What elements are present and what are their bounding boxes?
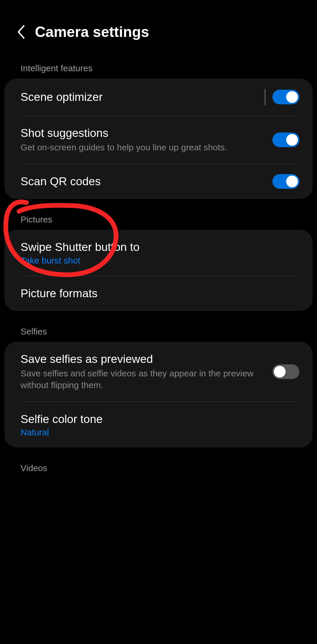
save-selfies-title: Save selfies as previewed	[21, 352, 267, 366]
back-icon[interactable]	[16, 24, 26, 40]
selfie-color-tone-title: Selfie color tone	[21, 412, 294, 426]
section-header-pictures: Pictures	[0, 209, 317, 230]
save-selfies-toggle[interactable]	[272, 364, 299, 379]
row-scene-optimizer[interactable]: Scene optimizer	[4, 79, 313, 115]
row-shot-suggestions[interactable]: Shot suggestions Get on-screen guides to…	[4, 116, 313, 164]
row-selfie-color-tone[interactable]: Selfie color tone Natural	[4, 402, 313, 448]
header: Camera settings	[0, 0, 317, 58]
swipe-shutter-title: Swipe Shutter button to	[21, 240, 294, 254]
selfie-color-tone-value: Natural	[21, 427, 294, 437]
page-title: Camera settings	[35, 23, 149, 40]
picture-formats-title: Picture formats	[21, 286, 294, 301]
save-selfies-desc: Save selfies and selfie videos as they a…	[21, 368, 267, 391]
row-scan-qr[interactable]: Scan QR codes	[4, 164, 313, 199]
scene-optimizer-toggle[interactable]	[272, 90, 299, 104]
row-save-selfies[interactable]: Save selfies as previewed Save selfies a…	[4, 342, 313, 402]
swipe-shutter-value: Take burst shot	[21, 256, 294, 266]
shot-suggestions-desc: Get on-screen guides to help you line up…	[21, 142, 267, 154]
row-picture-formats[interactable]: Picture formats	[4, 276, 313, 311]
vertical-divider	[265, 89, 265, 105]
section-header-selfies: Selfies	[0, 321, 317, 342]
section-card-selfies: Save selfies as previewed Save selfies a…	[4, 342, 313, 448]
scene-optimizer-title: Scene optimizer	[21, 90, 259, 104]
scan-qr-title: Scan QR codes	[21, 174, 267, 189]
section-card-intelligent: Scene optimizer Shot suggestions Get on-…	[4, 79, 313, 199]
row-swipe-shutter[interactable]: Swipe Shutter button to Take burst shot	[4, 230, 313, 276]
section-card-pictures: Swipe Shutter button to Take burst shot …	[4, 230, 313, 311]
shot-suggestions-title: Shot suggestions	[21, 126, 267, 140]
shot-suggestions-toggle[interactable]	[272, 132, 299, 147]
scan-qr-toggle[interactable]	[272, 174, 299, 189]
section-header-intelligent: Intelligent features	[0, 58, 317, 79]
section-header-videos: Videos	[0, 458, 317, 478]
